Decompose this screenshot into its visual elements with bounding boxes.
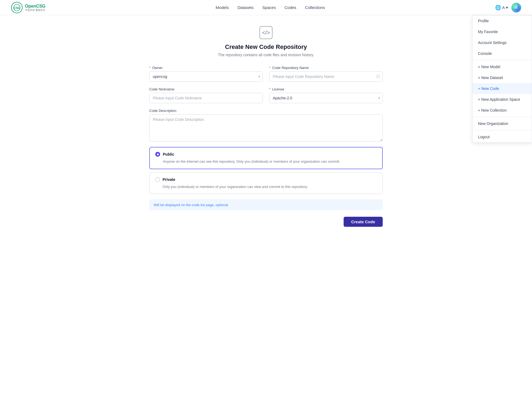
owner-label: * Owner	[149, 66, 263, 70]
repo-name-input-wrapper: ⓘ	[269, 71, 383, 82]
avatar-icon	[512, 4, 520, 11]
menu-account-settings[interactable]: Account Settings	[473, 37, 532, 48]
menu-new-code[interactable]: + New Code	[473, 83, 532, 94]
owner-required-star: *	[149, 66, 151, 70]
nickname-license-row: Code Nickname * License Apache-2.0 MIT G…	[149, 87, 383, 103]
nickname-label: Code Nickname	[149, 87, 263, 91]
repo-name-required-star: *	[269, 66, 271, 70]
private-card-header: Private	[155, 177, 377, 182]
divider-3	[473, 130, 532, 130]
repo-name-input[interactable]	[269, 71, 383, 82]
page-title: Create New Code Repository	[149, 43, 383, 51]
main-nav: Models Datasets Spaces Codes Collections	[216, 5, 325, 10]
info-box-text: Will be displayed on the code list page,…	[154, 203, 228, 207]
user-dropdown-menu: Profile My Favorite Account Settings Con…	[472, 15, 532, 143]
menu-new-dataset[interactable]: + New Dataset	[473, 72, 532, 83]
nav-models[interactable]: Models	[216, 5, 229, 10]
description-textarea[interactable]	[149, 114, 383, 142]
menu-new-model[interactable]: + New Model	[473, 61, 532, 72]
public-label: Public	[163, 152, 174, 156]
menu-new-collection[interactable]: + New Collection	[473, 105, 532, 116]
license-select[interactable]: Apache-2.0 MIT GPL-3.0 BSD-3-Clause	[269, 93, 383, 103]
svg-point-5	[515, 6, 518, 9]
nav-spaces[interactable]: Spaces	[262, 5, 276, 10]
header-right: 🌐 A ▾ Profile My Favorite Account Settin…	[495, 3, 521, 12]
license-field-group: * License Apache-2.0 MIT GPL-3.0 BSD-3-C…	[269, 87, 383, 103]
license-required-star: *	[269, 87, 271, 91]
nav-datasets[interactable]: Datasets	[237, 5, 254, 10]
avatar-button[interactable]	[511, 3, 521, 12]
divider-2	[473, 117, 532, 117]
submit-area: Create Code	[149, 217, 383, 227]
repo-name-label: * Code Repository Name	[269, 66, 383, 70]
repo-name-field-group: * Code Repository Name ⓘ	[269, 66, 383, 82]
menu-new-app-space[interactable]: + New Application Space	[473, 94, 532, 105]
menu-console[interactable]: Console	[473, 48, 532, 59]
visibility-section: Public Anyone on the internet can see th…	[149, 147, 383, 194]
owner-select-wrapper: opencsg ▾	[149, 71, 263, 82]
nickname-field-group: Code Nickname	[149, 87, 263, 103]
language-button[interactable]: 🌐 A ▾	[495, 5, 508, 11]
header: CSG OpenCSG 开放共智 蓄能共生 Models Datasets Sp…	[0, 0, 532, 15]
nav-codes[interactable]: Codes	[284, 5, 296, 10]
logo-text: OpenCSG 开放共智 蓄能共生	[25, 4, 46, 12]
lang-label: A	[502, 5, 505, 10]
license-label: * License	[269, 87, 383, 91]
visibility-private-card[interactable]: Private Only you (individual) or members…	[149, 172, 383, 194]
divider-1	[473, 60, 532, 60]
main-content: </> Create New Code Repository The repos…	[144, 15, 388, 238]
logo-icon: CSG	[11, 2, 23, 14]
description-field-group: Code Description	[149, 109, 383, 142]
description-label: Code Description	[149, 109, 383, 113]
page-subtitle: The repository contains all code files a…	[149, 53, 383, 57]
owner-repo-row: * Owner opencsg ▾ * Code Repository Name…	[149, 66, 383, 82]
license-select-wrapper: Apache-2.0 MIT GPL-3.0 BSD-3-Clause ▾	[269, 93, 383, 103]
visibility-public-card[interactable]: Public Anyone on the internet can see th…	[149, 147, 383, 169]
code-repository-icon: </>	[259, 26, 273, 39]
public-description: Anyone on the internet can see this repo…	[155, 159, 377, 164]
private-radio-button[interactable]	[155, 177, 160, 182]
menu-logout[interactable]: Logout	[473, 131, 532, 142]
menu-profile[interactable]: Profile	[473, 15, 532, 26]
chevron-down-icon: ▾	[506, 5, 508, 10]
page-icon-area: </>	[149, 26, 383, 39]
nav-collections[interactable]: Collections	[305, 5, 325, 10]
private-label: Private	[163, 177, 175, 182]
private-description: Only you (individual) or members of your…	[155, 184, 377, 190]
info-box: Will be displayed on the code list page,…	[149, 199, 383, 210]
svg-text:CSG: CSG	[14, 7, 20, 10]
menu-my-favorite[interactable]: My Favorite	[473, 26, 532, 37]
public-card-header: Public	[155, 152, 377, 157]
repo-name-info-icon[interactable]: ⓘ	[376, 74, 380, 79]
owner-select[interactable]: opencsg	[149, 71, 263, 82]
lang-icon: 🌐	[495, 5, 501, 11]
nickname-input[interactable]	[149, 93, 263, 103]
owner-field-group: * Owner opencsg ▾	[149, 66, 263, 82]
logo-area: CSG OpenCSG 开放共智 蓄能共生	[11, 2, 46, 14]
public-radio-button[interactable]	[155, 152, 160, 157]
menu-new-org[interactable]: New Organization	[473, 118, 532, 129]
create-code-button[interactable]: Create Code	[344, 217, 383, 227]
